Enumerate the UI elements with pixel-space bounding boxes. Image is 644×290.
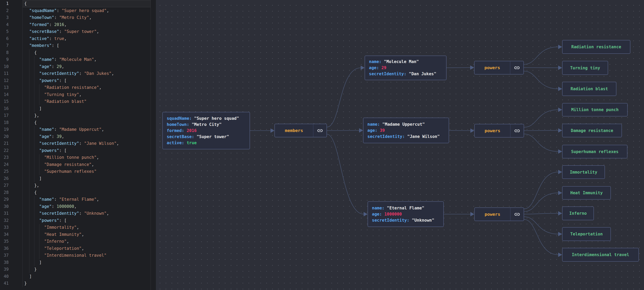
editor-line[interactable]: 13"Radiation resistance", — [0, 84, 150, 91]
editor-line[interactable]: 38] — [0, 259, 150, 266]
editor-line[interactable]: 32"powers": [ — [0, 217, 150, 224]
editor-line[interactable]: 37"Interdimensional travel" — [0, 252, 150, 259]
editor-line[interactable]: 28{ — [0, 189, 150, 196]
line-number[interactable]: 16 — [0, 105, 23, 112]
line-number[interactable]: 18 — [0, 119, 23, 126]
line-number[interactable]: 11 — [0, 70, 23, 77]
line-number[interactable]: 1 — [0, 0, 23, 7]
line-number[interactable]: 26 — [0, 175, 23, 182]
line-number[interactable]: 3 — [0, 14, 23, 21]
line-number[interactable]: 32 — [0, 217, 23, 224]
link-icon[interactable] — [510, 208, 524, 221]
editor-line[interactable]: 1{ — [0, 0, 150, 7]
editor-line[interactable]: 25"Superhuman reflexes" — [0, 168, 150, 175]
line-number[interactable]: 21 — [0, 140, 23, 147]
editor-line[interactable]: 7"members": [ — [0, 42, 150, 49]
editor-line[interactable]: 15"Radiation blast" — [0, 98, 150, 105]
line-number[interactable]: 38 — [0, 259, 23, 266]
node-leaf-6[interactable]: Immortality — [562, 165, 605, 179]
line-number[interactable]: 33 — [0, 224, 23, 231]
node-root[interactable]: squadName: "Super hero squad"homeTown: "… — [162, 112, 250, 149]
line-number[interactable]: 22 — [0, 147, 23, 154]
line-number[interactable]: 20 — [0, 133, 23, 140]
json-editor[interactable]: 1{2"squadName": "Super hero squad",3"hom… — [0, 0, 156, 290]
line-number[interactable]: 30 — [0, 203, 23, 210]
editor-line[interactable]: 5"secretBase": "Super tower", — [0, 28, 150, 35]
editor-line[interactable]: 31"secretIdentity": "Unknown", — [0, 210, 150, 217]
editor-line[interactable]: 21"secretIdentity": "Jane Wilson", — [0, 140, 150, 147]
line-number[interactable]: 17 — [0, 112, 23, 119]
editor-line[interactable]: 9"name": "Molecule Man", — [0, 56, 150, 63]
line-number[interactable]: 34 — [0, 231, 23, 238]
editor-line[interactable]: 30"age": 1000000, — [0, 203, 150, 210]
editor-line[interactable]: 26] — [0, 175, 150, 182]
editor-line[interactable]: 14"Turning tiny", — [0, 91, 150, 98]
line-number[interactable]: 25 — [0, 168, 23, 175]
line-number[interactable]: 41 — [0, 280, 23, 287]
line-number[interactable]: 24 — [0, 161, 23, 168]
editor-line[interactable]: 11"secretIdentity": "Dan Jukes", — [0, 70, 150, 77]
line-number[interactable]: 23 — [0, 154, 23, 161]
node-leaf-4[interactable]: Damage resistance — [562, 124, 622, 137]
node-member-0[interactable]: name: "Molecule Man"age: 29secretIdentit… — [364, 56, 446, 80]
link-icon[interactable] — [510, 124, 524, 137]
editor-line[interactable]: 17}, — [0, 112, 150, 119]
line-number[interactable]: 29 — [0, 196, 23, 203]
node-member-2[interactable]: name: "Eternal Flame"age: 1000000secretI… — [368, 201, 444, 227]
editor-line[interactable]: 35"Inferno", — [0, 238, 150, 245]
line-number[interactable]: 13 — [0, 84, 23, 91]
node-leaf-5[interactable]: Superhuman reflexes — [562, 145, 628, 158]
node-members[interactable]: members — [274, 124, 327, 137]
node-powers-2[interactable]: powers — [474, 207, 524, 221]
editor-line[interactable]: 24"Damage resistance", — [0, 161, 150, 168]
line-number[interactable]: 19 — [0, 126, 23, 133]
editor-line[interactable]: 39} — [0, 266, 150, 273]
line-number[interactable]: 28 — [0, 189, 23, 196]
editor-line[interactable]: 22"powers": [ — [0, 147, 150, 154]
editor-line[interactable]: 34"Heat Immunity", — [0, 231, 150, 238]
editor-line[interactable]: 27}, — [0, 182, 150, 189]
node-leaf-7[interactable]: Heat Immunity — [562, 186, 611, 200]
line-number[interactable]: 9 — [0, 56, 23, 63]
line-number[interactable]: 5 — [0, 28, 23, 35]
node-leaf-1[interactable]: Turning tiny — [562, 61, 608, 75]
editor-line[interactable]: 8{ — [0, 49, 150, 56]
node-leaf-2[interactable]: Radiation blast — [562, 82, 616, 96]
line-number[interactable]: 40 — [0, 273, 23, 280]
line-number[interactable]: 39 — [0, 266, 23, 273]
editor-line[interactable]: 23"Million tonne punch", — [0, 154, 150, 161]
editor-line[interactable]: 16] — [0, 105, 150, 112]
link-icon[interactable] — [313, 124, 326, 137]
editor-line[interactable]: 12"powers": [ — [0, 77, 150, 84]
line-number[interactable]: 37 — [0, 252, 23, 259]
editor-line[interactable]: 29"name": "Eternal Flame", — [0, 196, 150, 203]
line-number[interactable]: 14 — [0, 91, 23, 98]
editor-line[interactable]: 3"homeTown": "Metro City", — [0, 14, 150, 21]
editor-line[interactable]: 4"formed": 2016, — [0, 21, 150, 28]
line-number[interactable]: 2 — [0, 7, 23, 14]
editor-line[interactable]: 41} — [0, 280, 150, 287]
line-number[interactable]: 7 — [0, 42, 23, 49]
line-number[interactable]: 8 — [0, 49, 23, 56]
line-number[interactable]: 6 — [0, 35, 23, 42]
graph-canvas[interactable]: squadName: "Super hero squad"homeTown: "… — [156, 0, 644, 290]
editor-line[interactable]: 20"age": 39, — [0, 133, 150, 140]
node-powers-0[interactable]: powers — [474, 61, 524, 74]
editor-scrollbar[interactable] — [150, 0, 151, 290]
line-number[interactable]: 15 — [0, 98, 23, 105]
editor-line[interactable]: 36"Teleportation", — [0, 245, 150, 252]
node-leaf-8[interactable]: Inferno — [562, 206, 594, 220]
line-number[interactable]: 10 — [0, 63, 23, 70]
node-member-1[interactable]: name: "Madame Uppercut"age: 39secretIden… — [363, 118, 449, 143]
node-leaf-10[interactable]: Interdimensional travel — [562, 248, 639, 262]
node-leaf-0[interactable]: Radiation resistance — [562, 40, 630, 54]
line-number[interactable]: 4 — [0, 21, 23, 28]
line-number[interactable]: 36 — [0, 245, 23, 252]
line-number[interactable]: 27 — [0, 182, 23, 189]
editor-line[interactable]: 33"Immortality", — [0, 224, 150, 231]
node-leaf-9[interactable]: Teleportation — [562, 227, 611, 241]
node-leaf-3[interactable]: Million tonne punch — [562, 103, 628, 117]
editor-line[interactable]: 2"squadName": "Super hero squad", — [0, 7, 150, 14]
line-number[interactable]: 35 — [0, 238, 23, 245]
editor-line[interactable]: 40] — [0, 273, 150, 280]
